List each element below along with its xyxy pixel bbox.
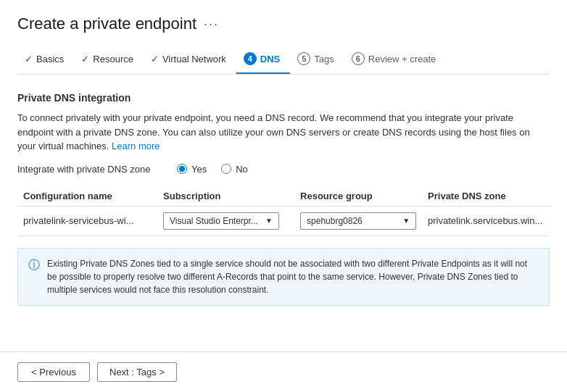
config-name-cell: privatelink-servicebus-wi... (17, 206, 157, 235)
dns-circle: 4 (244, 52, 257, 65)
vnet-check-icon: ✓ (151, 54, 159, 64)
subscription-cell: Visual Studio Enterpr... ▼ (157, 206, 294, 235)
dns-zone-cell: privatelink.servicebus.win... (422, 206, 550, 235)
resource-check-icon: ✓ (81, 54, 89, 64)
tab-dns[interactable]: 4 DNS (236, 46, 290, 74)
vnet-label: Virtual Network (162, 54, 226, 64)
tags-label: Tags (314, 54, 334, 64)
radio-yes-label: Yes (191, 164, 207, 175)
footer: < Previous Next : Tags > (0, 351, 567, 392)
tags-circle: 5 (297, 52, 310, 65)
col-rg-header: Resource group (294, 186, 422, 207)
basics-check-icon: ✓ (25, 54, 33, 64)
tab-tags[interactable]: 5 Tags (290, 46, 344, 74)
col-sub-header: Subscription (157, 186, 294, 207)
tab-resource[interactable]: ✓ Resource (74, 48, 144, 73)
radio-yes[interactable]: Yes (177, 164, 207, 175)
review-label: Review + create (368, 54, 436, 64)
resource-group-cell: spehubrg0826 ▼ (294, 206, 422, 235)
info-icon: ⓘ (28, 258, 40, 296)
next-button[interactable]: Next : Tags > (97, 362, 177, 382)
page-title-container: Create a private endpoint ··· (17, 14, 550, 33)
info-box: ⓘ Existing Private DNS Zones tied to a s… (17, 248, 550, 306)
rg-arrow-icon: ▼ (402, 217, 410, 225)
rg-dropdown[interactable]: spehubrg0826 ▼ (300, 212, 416, 230)
title-dots: ··· (204, 17, 219, 32)
review-circle: 6 (352, 52, 365, 65)
tab-review[interactable]: 6 Review + create (344, 46, 447, 74)
learn-more-link[interactable]: Learn more (112, 141, 160, 151)
subscription-select[interactable]: Visual Studio Enterpr... ▼ (163, 212, 279, 230)
radio-group-label: Integrate with private DNS zone (17, 164, 162, 175)
rg-select[interactable]: spehubrg0826 ▼ (300, 212, 416, 230)
radio-no-label: No (236, 164, 248, 175)
radio-yes-input[interactable] (177, 164, 187, 174)
dns-radio-group: Integrate with private DNS zone Yes No (17, 164, 550, 175)
info-text: Existing Private DNS Zones tied to a sin… (47, 257, 539, 296)
description-text: To connect privately with your private e… (17, 111, 550, 154)
tab-basics[interactable]: ✓ Basics (17, 48, 74, 73)
basics-label: Basics (36, 54, 64, 64)
previous-button[interactable]: < Previous (17, 362, 90, 382)
col-config-header: Configuration name (17, 186, 157, 207)
subscription-dropdown[interactable]: Visual Studio Enterpr... ▼ (163, 212, 289, 230)
subscription-arrow-icon: ▼ (265, 217, 273, 225)
table-row: privatelink-servicebus-wi... Visual Stud… (17, 206, 550, 235)
rg-value: spehubrg0826 (307, 216, 363, 226)
radio-no-input[interactable] (221, 164, 231, 174)
dns-section: Private DNS integration To connect priva… (17, 89, 550, 306)
wizard-nav: ✓ Basics ✓ Resource ✓ Virtual Network 4 … (17, 46, 550, 75)
subscription-value: Visual Studio Enterpr... (170, 216, 258, 226)
page-title: Create a private endpoint (17, 14, 196, 33)
tab-virtual-network[interactable]: ✓ Virtual Network (144, 48, 236, 73)
radio-no[interactable]: No (221, 164, 248, 175)
resource-label: Resource (93, 54, 133, 64)
dns-table: Configuration name Subscription Resource… (17, 186, 550, 236)
col-dns-header: Private DNS zone (422, 186, 550, 207)
dns-label: DNS (260, 54, 280, 64)
section-title: Private DNS integration (17, 92, 550, 104)
